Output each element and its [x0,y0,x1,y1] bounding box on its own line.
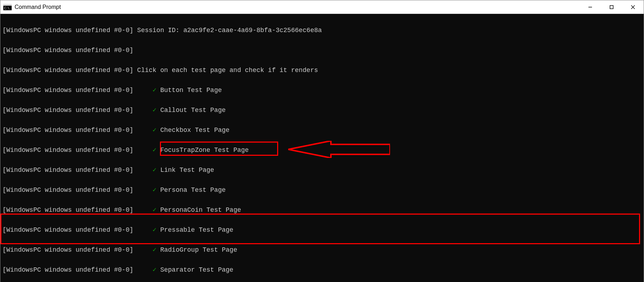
suite-title-line: [WindowsPC windows undefined #0-0] Click… [2,65,642,75]
prefix-line: [WindowsPC windows undefined #0-0] [2,45,642,55]
close-button[interactable] [622,0,644,14]
svg-rect-4 [610,5,613,9]
cmd-icon: C:\ [3,4,12,11]
terminal-output[interactable]: [WindowsPC windows undefined #0-0] Sessi… [0,14,644,282]
minimize-button[interactable] [580,0,601,14]
window-controls [580,0,644,14]
test-result-line: [WindowsPC windows undefined #0-0] ✓ Sep… [2,265,642,275]
test-result-line: [WindowsPC windows undefined #0-0] ✓ Per… [2,185,642,195]
maximize-button[interactable] [601,0,622,14]
test-result-line: [WindowsPC windows undefined #0-0] ✓ Pre… [2,225,642,235]
test-result-line: [WindowsPC windows undefined #0-0] ✓ But… [2,85,642,95]
session-line: [WindowsPC windows undefined #0-0] Sessi… [2,25,642,35]
window-title: Command Prompt [15,4,580,10]
command-prompt-window: C:\ Command Prompt [WindowsPC windows un… [0,0,644,282]
titlebar[interactable]: C:\ Command Prompt [0,0,644,14]
svg-text:C:\: C:\ [4,7,10,10]
svg-rect-1 [3,4,12,6]
test-result-line: [WindowsPC windows undefined #0-0] ✓ Cal… [2,105,642,115]
test-result-line: [WindowsPC windows undefined #0-0] ✓ Foc… [2,145,642,155]
test-result-line: [WindowsPC windows undefined #0-0] ✓ Per… [2,205,642,215]
test-result-line: [WindowsPC windows undefined #0-0] ✓ Rad… [2,245,642,255]
test-result-line: [WindowsPC windows undefined #0-0] ✓ Lin… [2,165,642,175]
test-result-line: [WindowsPC windows undefined #0-0] ✓ Che… [2,125,642,135]
